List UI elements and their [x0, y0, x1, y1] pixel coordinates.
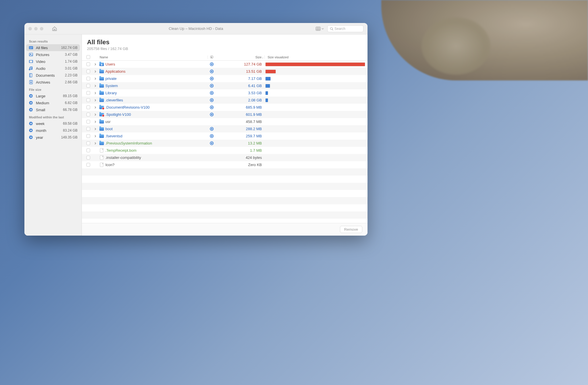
folder-icon: [99, 77, 104, 80]
table-row[interactable]: Library3.53 GB: [82, 89, 368, 97]
sidebar-item-pictures[interactable]: Pictures3.47 GB: [24, 51, 82, 58]
gear-icon: [28, 93, 34, 99]
expand-toggle[interactable]: [92, 142, 98, 145]
row-checkbox[interactable]: [86, 149, 90, 152]
table-row[interactable]: boot288.2 MB: [82, 125, 368, 132]
row-checkbox[interactable]: [86, 134, 90, 138]
scan-indicator-icon[interactable]: [210, 141, 214, 145]
sidebar-item-all-files[interactable]: All files162.74 GB: [26, 44, 80, 51]
sidebar-item-medium[interactable]: Medium6.82 GB: [24, 99, 82, 106]
scan-indicator-icon[interactable]: [210, 127, 214, 131]
row-checkbox[interactable]: [86, 77, 90, 80]
sidebar-item-documents[interactable]: Documents2.23 GB: [24, 72, 82, 79]
select-all-checkbox[interactable]: [86, 55, 90, 59]
scan-indicator-icon[interactable]: [210, 134, 214, 138]
row-checkbox[interactable]: [86, 163, 90, 167]
sidebar-item-small[interactable]: Small66.78 GB: [24, 106, 82, 113]
sidebar-item-label: year: [36, 135, 61, 140]
sidebar-item-week[interactable]: week69.58 GB: [24, 120, 82, 127]
row-name: System: [105, 84, 208, 88]
row-name: Users: [105, 62, 208, 66]
remove-button[interactable]: Remove: [340, 226, 362, 233]
expand-toggle[interactable]: [92, 78, 98, 80]
sidebar-item-archives[interactable]: Archives2.66 GB: [24, 79, 82, 86]
sidebar-item-month[interactable]: month83.24 GB: [24, 127, 82, 134]
home-button[interactable]: [51, 26, 58, 32]
scan-indicator-icon[interactable]: [210, 84, 214, 88]
svg-rect-9: [30, 48, 33, 48]
svg-point-28: [30, 137, 32, 138]
row-checkbox[interactable]: [86, 98, 90, 102]
table-row[interactable]: .PreviousSystemInformation13.2 MB: [82, 140, 368, 147]
scan-indicator-icon[interactable]: [210, 77, 214, 80]
row-size: 13.51 GB: [215, 69, 265, 74]
expand-toggle[interactable]: [92, 85, 98, 87]
expand-toggle[interactable]: [92, 92, 98, 94]
table-row[interactable]: Applications13.51 GB: [82, 68, 368, 75]
expand-toggle[interactable]: [92, 121, 98, 123]
close-window-button[interactable]: [28, 27, 32, 30]
row-checkbox[interactable]: [86, 120, 90, 124]
row-size: 6.41 GB: [215, 84, 265, 88]
column-size-visualized[interactable]: Size visualized: [265, 55, 365, 59]
row-size: 2.08 GB: [215, 98, 265, 102]
column-size[interactable]: Size⌄: [215, 55, 265, 59]
table-row[interactable]: .DocumentRevisions-V100685.9 MB: [82, 104, 368, 111]
row-checkbox[interactable]: [86, 105, 90, 109]
row-checkbox[interactable]: [86, 91, 90, 95]
view-options-button[interactable]: [315, 26, 324, 32]
table-row[interactable]: Users127.74 GB: [82, 61, 368, 68]
table-row[interactable]: Icon?Zero KB: [82, 161, 368, 168]
table-row[interactable]: .installer-compatibility424 bytes: [82, 154, 368, 161]
row-name: .TempReceipt.bom: [105, 148, 208, 153]
table-row[interactable]: .cleverfiles2.08 GB: [82, 97, 368, 104]
scan-indicator-icon[interactable]: [210, 91, 214, 95]
search-field[interactable]: [327, 25, 363, 32]
row-checkbox[interactable]: [86, 113, 90, 116]
sidebar-item-size: 3.01 GB: [65, 66, 78, 70]
row-size-visualized: [265, 70, 365, 74]
search-input[interactable]: [334, 27, 360, 31]
chevron-right-icon: [94, 85, 96, 87]
column-name[interactable]: Name: [98, 55, 208, 59]
expand-toggle[interactable]: [92, 70, 98, 73]
expand-toggle[interactable]: [92, 63, 98, 66]
zoom-window-button[interactable]: [40, 27, 43, 30]
table-row[interactable]: .fseventsd259.7 MB: [82, 132, 368, 140]
row-checkbox[interactable]: [86, 127, 90, 131]
expand-toggle[interactable]: [92, 128, 98, 130]
row-checkbox[interactable]: [86, 62, 90, 66]
row-size: Zero KB: [215, 163, 265, 167]
sidebar-item-large[interactable]: Large89.15 GB: [24, 93, 82, 99]
scan-indicator-icon[interactable]: [210, 98, 214, 102]
scan-indicator-icon[interactable]: [210, 113, 214, 116]
sidebar-item-audio[interactable]: Audio3.01 GB: [24, 65, 82, 72]
minimize-window-button[interactable]: [34, 27, 38, 30]
row-size: 458.7 MB: [215, 120, 265, 124]
row-name: Library: [105, 91, 208, 95]
scan-indicator-icon[interactable]: [210, 62, 214, 66]
table-row[interactable]: System6.41 GB: [82, 82, 368, 89]
folder-icon: [99, 120, 104, 124]
row-name: .DocumentRevisions-V100: [105, 105, 208, 109]
scan-indicator-icon[interactable]: [210, 70, 214, 73]
table-row[interactable]: .TempReceipt.bom1.7 MB: [82, 147, 368, 154]
sidebar-item-video[interactable]: Video1.74 GB: [24, 58, 82, 65]
table-row[interactable]: private7.17 GB: [82, 75, 368, 82]
sidebar-item-year[interactable]: year149.35 GB: [24, 134, 82, 141]
column-scan[interactable]: [208, 55, 215, 59]
gear-icon: [28, 121, 34, 126]
row-size-visualized: [265, 77, 365, 81]
expand-toggle[interactable]: [92, 106, 98, 109]
row-checkbox[interactable]: [86, 156, 90, 159]
expand-toggle[interactable]: [92, 99, 98, 101]
scan-indicator-icon[interactable]: [210, 105, 214, 109]
file-icon: [100, 155, 103, 160]
row-checkbox[interactable]: [86, 84, 90, 88]
expand-toggle[interactable]: [92, 113, 98, 116]
row-checkbox[interactable]: [86, 141, 90, 145]
table-row[interactable]: usr458.7 MB: [82, 118, 368, 125]
expand-toggle[interactable]: [92, 135, 98, 137]
table-row[interactable]: .Spotlight-V100601.9 MB: [82, 111, 368, 118]
row-checkbox[interactable]: [86, 70, 90, 73]
